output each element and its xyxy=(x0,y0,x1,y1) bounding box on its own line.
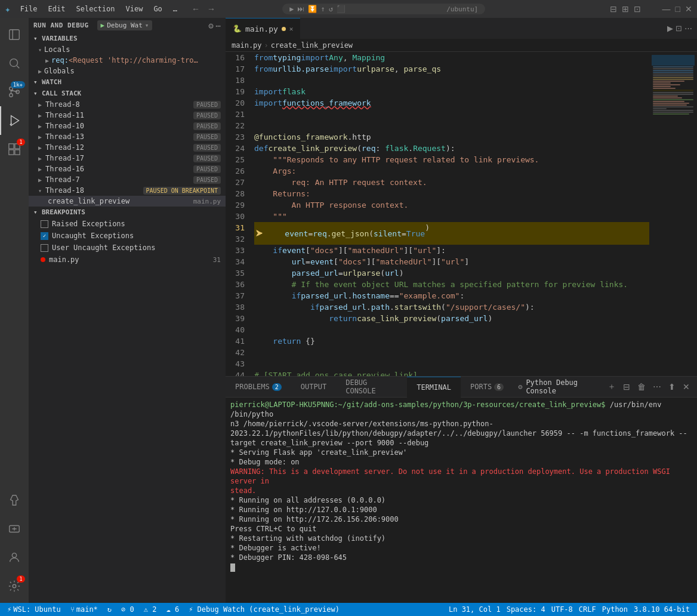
nav-forward-button[interactable]: → xyxy=(205,3,218,15)
menu-go[interactable]: Go xyxy=(149,4,166,14)
status-debug-count[interactable]: ☁ 6 xyxy=(164,605,181,614)
configure-icon[interactable]: ⚙ xyxy=(208,21,213,30)
status-encoding[interactable]: UTF-8 xyxy=(549,605,575,614)
menu-more[interactable]: … xyxy=(168,4,182,14)
thread-item[interactable]: ▶ Thread-10 PAUSED xyxy=(29,121,226,131)
activity-remote[interactable] xyxy=(0,515,29,543)
panel-tab-problems[interactable]: PROBLEMS 2 xyxy=(226,377,291,398)
activity-extensions[interactable]: 1 xyxy=(0,135,29,164)
bp-line-number: 31 xyxy=(213,256,221,264)
bp-raised-exceptions[interactable]: Raised Exceptions xyxy=(29,218,226,230)
terminal-content[interactable]: pierrick@LAPTOP-HKU5PNNG:~/git/add-ons-s… xyxy=(226,398,697,603)
terminal-text: * Serving Flask app 'create_link_preview… xyxy=(230,448,407,457)
debug-play-icon: ▶ xyxy=(101,21,105,29)
activity-search[interactable] xyxy=(0,49,29,78)
thread-item[interactable]: ▶ Thread-17 PAUSED xyxy=(29,153,226,164)
thread-item[interactable]: ▶ Thread-8 PAUSED xyxy=(29,99,226,110)
stack-frame[interactable]: create_link_preview main.py xyxy=(29,196,226,207)
status-warnings[interactable]: ⚠ 2 xyxy=(141,605,159,614)
status-spaces[interactable]: Spaces: 4 xyxy=(504,605,548,614)
terminal-warning-cont: stead. xyxy=(230,486,256,495)
problems-badge: 2 xyxy=(272,383,282,391)
thread-18-item[interactable]: ▾ Thread-18 PAUSED ON BREAKPOINT xyxy=(29,185,226,196)
menu-file[interactable]: File xyxy=(16,4,42,14)
thread-item[interactable]: ▶ Thread-7 PAUSED xyxy=(29,174,226,185)
maximize-button[interactable]: □ xyxy=(676,4,680,14)
layout-split-button[interactable]: ⊞ xyxy=(622,4,629,14)
status-language[interactable]: Python xyxy=(600,605,630,614)
call-stack-header[interactable]: ▾ CALL STACK xyxy=(29,88,226,99)
debug-config-selector[interactable]: ▶ Debug Wat ▾ xyxy=(97,20,153,30)
activity-settings[interactable]: 1 xyxy=(0,572,29,600)
variables-header[interactable]: ▾ VARIABLES xyxy=(29,33,226,44)
status-branch[interactable]: ⑂ main* xyxy=(68,605,100,614)
status-line-ending[interactable]: CRLF xyxy=(576,605,599,614)
run-button[interactable]: ▶ xyxy=(667,24,673,33)
activity-accounts[interactable] xyxy=(0,543,29,572)
thread-name: Thread-11 xyxy=(45,111,190,119)
trash-terminal-button[interactable]: 🗑 xyxy=(635,381,648,393)
thread-item[interactable]: ▶ Thread-11 PAUSED xyxy=(29,110,226,121)
breadcrumb-function[interactable]: create_link_preview xyxy=(271,41,353,50)
split-terminal-button[interactable]: ⊟ xyxy=(621,381,633,393)
split-editor-button[interactable]: ⊡ xyxy=(676,24,682,33)
bp-user-uncaught-checkbox[interactable] xyxy=(41,244,48,252)
locals-item[interactable]: ▾ Locals xyxy=(29,44,226,55)
status-sync[interactable]: ↻ xyxy=(105,605,114,614)
menu-bar: File Edit Selection View Go … xyxy=(16,4,182,14)
breadcrumb-file[interactable]: main.py xyxy=(232,41,262,50)
more-icon[interactable]: ⋯ xyxy=(216,21,221,30)
add-terminal-button[interactable]: ＋ xyxy=(605,380,618,393)
bp-user-uncaught[interactable]: User Uncaught Exceptions xyxy=(29,242,226,254)
panel-tab-terminal[interactable]: TERMINAL xyxy=(407,377,461,398)
thread-status: PAUSED xyxy=(193,144,221,152)
activity-testing[interactable] xyxy=(0,486,29,515)
activity-explorer[interactable] xyxy=(0,20,29,49)
more-panel-button[interactable]: ⋯ xyxy=(650,381,664,393)
thread-status: PAUSED xyxy=(193,133,221,141)
settings-badge: 1 xyxy=(17,575,25,583)
activity-source-control[interactable]: 1k+ xyxy=(0,78,29,106)
layout-grid-button[interactable]: ⊡ xyxy=(634,4,641,14)
bp-main-py[interactable]: main.py 31 xyxy=(29,254,226,266)
minimize-button[interactable]: — xyxy=(662,4,671,14)
editor-more-button[interactable]: ⋯ xyxy=(684,24,692,33)
bp-uncaught-exceptions[interactable]: ✓ Uncaught Exceptions xyxy=(29,230,226,242)
panel-tab-debug-console[interactable]: DEBUG CONSOLE xyxy=(336,377,407,398)
thread-item[interactable]: ▶ Thread-16 PAUSED xyxy=(29,164,226,174)
watch-header[interactable]: ▾ WATCH xyxy=(29,76,226,88)
close-button[interactable]: ✕ xyxy=(685,4,692,14)
sidebar-scroll[interactable]: ▾ VARIABLES ▾ Locals ▶ req: <Request 'ht… xyxy=(29,33,226,603)
editor-tab-main[interactable]: 🐍 main.py ✕ xyxy=(226,18,300,39)
terminal-line: WARNING: This is a development server. D… xyxy=(230,467,692,486)
panel-tab-output[interactable]: OUTPUT xyxy=(291,377,336,398)
breakpoints-header[interactable]: ▾ BREAKPOINTS xyxy=(29,207,226,218)
menu-selection[interactable]: Selection xyxy=(71,4,119,14)
status-errors[interactable]: ⊘ 0 xyxy=(119,605,137,614)
menu-edit[interactable]: Edit xyxy=(44,4,70,14)
thread-item[interactable]: ▶ Thread-12 PAUSED xyxy=(29,142,226,153)
nav-back-button[interactable]: ← xyxy=(189,3,202,15)
status-position[interactable]: Ln 31, Col 1 xyxy=(446,605,503,614)
panel-tab-ports[interactable]: PORTS 6 xyxy=(461,377,513,398)
close-panel-button[interactable]: ✕ xyxy=(680,381,692,393)
req-item[interactable]: ▶ req: <Request 'http://charming-tro… xyxy=(29,55,226,66)
thread-item[interactable]: ▶ Thread-13 PAUSED xyxy=(29,131,226,142)
python-debug-console[interactable]: ⚙ Python Debug Console xyxy=(513,378,603,395)
status-wsl[interactable]: ⚡ WSL: Ubuntu xyxy=(5,605,63,614)
status-python-version[interactable]: 3.8.10 64-bit xyxy=(631,605,692,614)
status-debug-session[interactable]: ⚡ Debug Watch (create_link_preview) xyxy=(186,605,342,614)
close-icon[interactable]: ✕ xyxy=(289,25,294,33)
bp-raised-checkbox[interactable] xyxy=(41,220,48,228)
maximize-panel-button[interactable]: ⬆ xyxy=(666,381,678,393)
code-line: parsed_url = urlparse(url) xyxy=(254,267,649,279)
menu-view[interactable]: View xyxy=(121,4,147,14)
req-value: <Request 'http://charming-tro… xyxy=(69,56,198,64)
breakpoints-label: BREAKPOINTS xyxy=(42,208,85,216)
layout-button[interactable]: ⊟ xyxy=(610,4,617,14)
debug-play-icon: ▶ xyxy=(289,5,294,13)
globals-item[interactable]: ▶ Globals xyxy=(29,66,226,76)
activity-run-debug[interactable] xyxy=(0,106,29,135)
bp-uncaught-checkbox[interactable]: ✓ xyxy=(41,232,48,240)
code-content[interactable]: from typing import Any, Mapping from url… xyxy=(249,52,649,376)
